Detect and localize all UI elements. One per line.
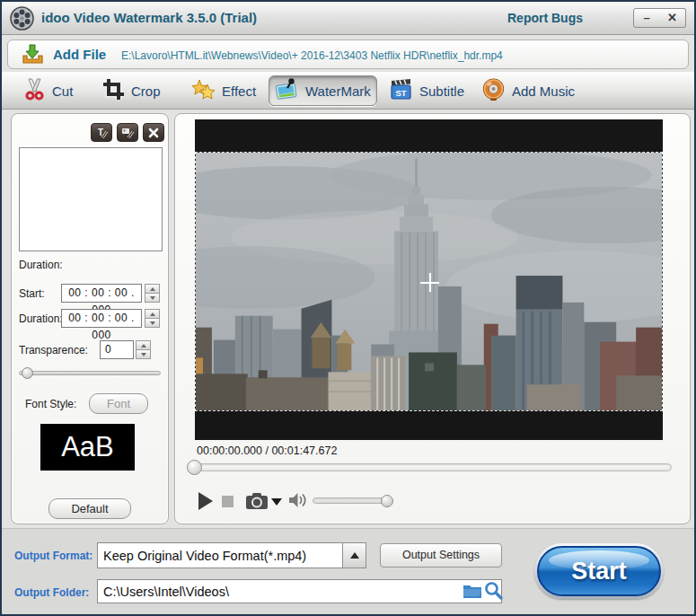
toolbar-label-cut: Cut: [52, 84, 73, 99]
search-icon[interactable]: [484, 581, 503, 603]
font-button[interactable]: Font: [89, 393, 148, 414]
add-file-icon[interactable]: [21, 43, 45, 71]
transparence-up-button[interactable]: [136, 340, 151, 350]
duration-up-button[interactable]: [145, 309, 160, 319]
output-format-field[interactable]: [97, 542, 343, 568]
main-toolbar: Cut Crop Effect: [2, 72, 694, 110]
start-button[interactable]: Start: [534, 543, 664, 599]
add-text-watermark-button[interactable]: T: [91, 123, 112, 142]
output-format-label: Output Format:: [14, 550, 93, 562]
snapshot-menu-caret-icon[interactable]: [271, 498, 282, 506]
city-skyline-image: [196, 153, 662, 410]
toolbar-item-effect[interactable]: Effect: [186, 75, 261, 106]
watermark-panel: T Duration: Start:: [11, 113, 169, 524]
start-down-button[interactable]: [145, 294, 160, 303]
play-button[interactable]: [198, 492, 213, 510]
app-title: idoo Video Watermark 3.5.0 (Trial): [41, 10, 257, 25]
transparence-slider[interactable]: [19, 371, 161, 375]
watermark-stamp-icon: [275, 77, 299, 105]
duration-time-stepper[interactable]: [145, 309, 160, 328]
start-time-stepper[interactable]: [145, 284, 160, 303]
app-logo-icon: [9, 5, 35, 35]
toolbar-item-subtitle[interactable]: ST Subtitle: [383, 75, 470, 106]
subtitle-clapper-icon: ST: [389, 77, 413, 105]
seek-slider-thumb[interactable]: [187, 460, 202, 475]
preview-panel: 00:00:00.000 / 00:01:47.672: [174, 113, 691, 524]
snapshot-button[interactable]: [245, 492, 269, 514]
duration-time-field[interactable]: 00 : 00 : 00 . 000: [61, 309, 142, 328]
add-file-button[interactable]: Add File: [53, 47, 106, 62]
main-area: T Duration: Start:: [2, 110, 694, 528]
volume-slider[interactable]: [313, 497, 392, 504]
start-up-button[interactable]: [145, 284, 160, 294]
toolbar-item-cut[interactable]: Cut: [18, 75, 78, 106]
duration-down-button[interactable]: [145, 319, 160, 328]
playback-time: 00:00:00.000 / 00:01:47.672: [197, 444, 337, 457]
toolbar-label-crop: Crop: [131, 84, 161, 99]
toolbar-label-watermark: WaterMark: [305, 84, 371, 99]
svg-text:ST: ST: [395, 87, 406, 97]
title-bar: idoo Video Watermark 3.5.0 (Trial) Repor…: [2, 2, 694, 35]
scissors-icon: [23, 78, 46, 104]
start-time-field[interactable]: 00 : 00 : 00 . 000: [61, 284, 142, 303]
volume-slider-thumb[interactable]: [381, 495, 393, 507]
output-folder-field[interactable]: [97, 579, 502, 603]
crop-frame-icon: [102, 78, 125, 104]
toolbar-label-subtitle: Subtitle: [419, 84, 464, 99]
toolbar-item-crop[interactable]: Crop: [97, 75, 166, 106]
duration-section-label: Duration:: [19, 259, 63, 271]
font-style-label: Font Style:: [25, 398, 76, 410]
volume-icon[interactable]: [288, 491, 308, 513]
font-preview-box: AaB: [40, 424, 135, 471]
default-button[interactable]: Default: [48, 498, 131, 519]
start-button-label: Start: [571, 558, 627, 585]
video-frame: [195, 119, 663, 440]
transparence-field[interactable]: 0: [100, 340, 134, 359]
file-bar: Add File E:\Lavoro\HTML.it\Webnews\Video…: [7, 40, 689, 69]
start-button-face: Start: [537, 546, 661, 596]
seek-slider[interactable]: [188, 463, 672, 471]
toolbar-item-add-music[interactable]: Add Music: [476, 75, 580, 106]
watermark-list[interactable]: [19, 147, 163, 251]
music-speaker-icon: [481, 77, 506, 105]
duration-label: Duration:: [19, 312, 63, 325]
loaded-file-path: E:\Lavoro\HTML.it\Webnews\Video\+ 2016-1…: [121, 49, 503, 62]
transparence-stepper[interactable]: [136, 340, 151, 359]
minimize-button[interactable]: –: [633, 8, 660, 28]
toolbar-item-watermark[interactable]: WaterMark: [269, 75, 377, 106]
browse-folder-icon[interactable]: [463, 583, 482, 603]
stars-icon: [191, 77, 216, 105]
toolbar-label-add-music: Add Music: [512, 84, 575, 99]
format-dropdown-button[interactable]: [342, 542, 366, 568]
delete-watermark-button[interactable]: [143, 123, 164, 142]
transparence-label: Transparence:: [19, 344, 88, 356]
add-image-watermark-button[interactable]: [117, 123, 138, 142]
output-settings-button[interactable]: Output Settings: [380, 543, 502, 568]
video-content[interactable]: [195, 152, 663, 411]
output-bar: Output Format: Output Settings Output Fo…: [2, 528, 694, 614]
toolbar-label-effect: Effect: [222, 84, 256, 99]
close-button[interactable]: ✕: [659, 8, 686, 28]
report-bugs-link[interactable]: Report Bugs: [507, 11, 583, 25]
dropdown-arrow-icon: [350, 552, 359, 559]
output-folder-label: Output Folder:: [14, 586, 89, 599]
transparence-slider-thumb[interactable]: [22, 367, 33, 379]
transparence-down-button[interactable]: [136, 350, 151, 359]
stop-button[interactable]: [222, 496, 233, 507]
app-window: idoo Video Watermark 3.5.0 (Trial) Repor…: [0, 0, 696, 616]
start-label: Start:: [19, 287, 45, 300]
